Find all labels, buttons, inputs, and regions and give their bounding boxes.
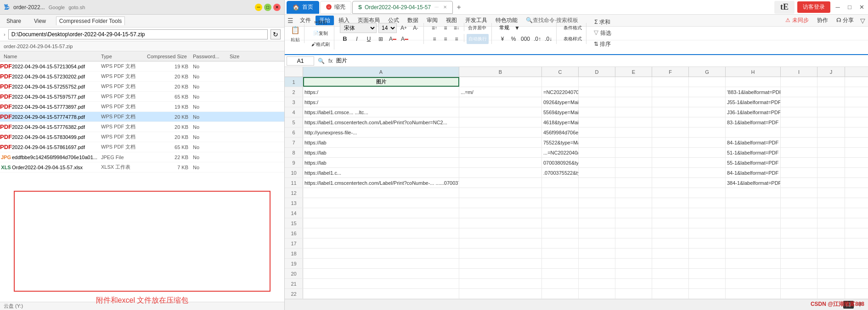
tab-google[interactable]: Google (49, 5, 65, 10)
data-cell[interactable] (781, 269, 817, 278)
data-cell[interactable] (817, 178, 845, 188)
data-cell[interactable] (579, 238, 615, 248)
data-cell[interactable] (726, 259, 781, 268)
data-cell[interactable] (615, 188, 652, 198)
data-cell[interactable]: https://label1.cmsce... ...ltc... (303, 107, 459, 117)
wps-maximize-btn[interactable]: □ (845, 3, 854, 12)
align-left-btn[interactable]: ≡ (429, 34, 440, 44)
data-cell[interactable] (615, 107, 652, 117)
filter-btn[interactable]: ▽ 筛选 (592, 28, 613, 39)
data-cell[interactable] (817, 158, 845, 167)
data-cell[interactable] (817, 127, 845, 137)
data-cell[interactable] (615, 259, 652, 268)
data-cell[interactable] (689, 107, 726, 117)
data-cell[interactable] (303, 228, 459, 238)
font-decrease-btn[interactable]: A- (411, 23, 421, 33)
data-cell[interactable] (303, 188, 459, 198)
row-num-cell[interactable]: 21 (285, 279, 303, 288)
data-cell[interactable] (579, 198, 615, 208)
data-cell[interactable] (817, 238, 845, 248)
data-cell[interactable] (459, 107, 542, 117)
col-header-D[interactable]: D (579, 67, 615, 77)
col-header-J[interactable]: J (817, 67, 845, 77)
data-cell[interactable] (652, 188, 689, 198)
data-cell[interactable]: 75522&type=MainLabel&childForecastNumber… (542, 138, 579, 147)
data-cell[interactable]: https://lab (303, 138, 459, 147)
data-cell[interactable] (579, 208, 615, 218)
underline-btn[interactable]: U (364, 34, 374, 44)
data-cell[interactable] (615, 289, 652, 299)
data-cell[interactable] (652, 148, 689, 157)
data-cell[interactable] (615, 198, 652, 208)
row-num-cell[interactable]: 22 (285, 289, 303, 299)
data-cell[interactable] (579, 158, 615, 167)
data-cell[interactable] (579, 148, 615, 157)
data-cell[interactable] (817, 228, 845, 238)
data-cell[interactable]: https://label1.cmscentertech.com/Label/P… (303, 178, 459, 188)
data-cell[interactable] (542, 228, 579, 238)
data-cell[interactable] (726, 289, 781, 299)
conditional-format-btn[interactable]: 条件格式 (562, 23, 583, 33)
data-cell[interactable] (689, 127, 726, 137)
data-cell[interactable] (726, 249, 781, 258)
format-painter-btn[interactable]: 🖌 格式刷 (310, 39, 331, 50)
list-item[interactable]: PDF 2022-04-29-04-15-57597577.pdf WPS PD… (0, 92, 284, 102)
row-num-cell[interactable]: 2 (285, 87, 303, 97)
new-tab-btn[interactable]: + (454, 2, 464, 12)
row-num-cell[interactable]: 15 (285, 218, 303, 228)
tab-wps-brand[interactable]: 🅦 缩壳 (320, 1, 351, 14)
data-cell[interactable] (689, 97, 726, 107)
ribbon-share[interactable]: Share (4, 17, 24, 25)
data-cell[interactable] (615, 97, 652, 107)
thousands-btn[interactable]: 000 (519, 34, 531, 44)
data-cell[interactable] (817, 87, 845, 97)
border-btn[interactable]: ⊞ (376, 34, 386, 44)
data-cell[interactable] (542, 208, 579, 218)
data-cell[interactable]: 图片 (303, 77, 459, 87)
data-cell[interactable] (459, 178, 542, 188)
data-cell[interactable] (689, 269, 726, 278)
data-cell[interactable] (781, 259, 817, 268)
data-cell[interactable] (781, 279, 817, 288)
data-cell[interactable] (781, 107, 817, 117)
data-cell[interactable] (781, 218, 817, 228)
data-cell[interactable] (542, 178, 579, 188)
data-cell[interactable] (579, 249, 615, 258)
data-cell[interactable] (652, 279, 689, 288)
data-cell[interactable]: https://label1.c... (303, 168, 459, 177)
data-cell[interactable] (817, 259, 845, 268)
align-mid-btn[interactable]: ≡ (440, 23, 451, 33)
font-size-select[interactable]: 14 (378, 23, 397, 33)
sort-btn[interactable]: ⇅ 排序 (592, 39, 613, 50)
row-num-cell[interactable]: 19 (285, 259, 303, 268)
data-cell[interactable] (817, 138, 845, 147)
paste-btn[interactable]: 📋 (289, 24, 301, 37)
font-select[interactable]: 宋体 (340, 23, 377, 33)
data-cell[interactable] (459, 208, 542, 218)
data-cell[interactable] (459, 238, 542, 248)
data-cell[interactable] (689, 148, 726, 157)
data-cell[interactable]: 4618&type=MainLabel&childForecastNumber: (542, 117, 579, 127)
data-cell[interactable]: J55-1&labelformat=PDF (726, 97, 781, 107)
data-cell[interactable] (652, 77, 689, 87)
wps-minimize-btn[interactable]: ─ (833, 3, 842, 12)
data-cell[interactable] (689, 259, 726, 268)
data-cell[interactable] (781, 148, 817, 157)
col-header-C[interactable]: C (542, 67, 579, 77)
data-cell[interactable] (781, 238, 817, 248)
data-cell[interactable]: .0700375522&type=MainLabel&childForecast… (542, 168, 579, 177)
format-dropdown-btn[interactable]: ▼ (512, 23, 522, 33)
data-cell[interactable]: 83-1&labelformat=PDF (726, 117, 781, 127)
row-num-cell[interactable]: 8 (285, 148, 303, 157)
data-cell[interactable] (726, 208, 781, 218)
italic-btn[interactable]: I (352, 34, 362, 44)
data-cell[interactable] (459, 158, 542, 167)
data-cell[interactable] (817, 97, 845, 107)
data-cell[interactable] (303, 259, 459, 268)
row-num-cell[interactable]: 18 (285, 249, 303, 258)
merge-center-btn[interactable]: 合并居中 (467, 23, 488, 33)
data-cell[interactable] (579, 218, 615, 228)
row-num-cell[interactable]: 20 (285, 269, 303, 278)
list-item[interactable]: PDF 2022-04-29-04-15-57230202.pdf WPS PD… (0, 72, 284, 82)
bold-btn[interactable]: B (340, 34, 350, 44)
